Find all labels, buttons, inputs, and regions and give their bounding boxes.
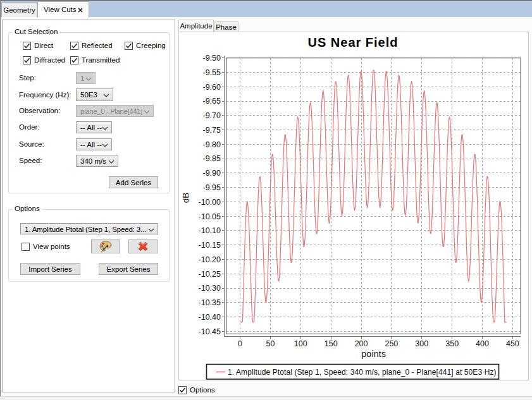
svg-text:points: points	[361, 349, 386, 359]
svg-text:-9.80: -9.80	[203, 140, 221, 149]
svg-text:-9.95: -9.95	[203, 183, 221, 192]
svg-text:-10.30: -10.30	[199, 284, 221, 293]
svg-text:dB: dB	[181, 193, 190, 203]
svg-text:-10.35: -10.35	[199, 298, 221, 307]
svg-text:-9.55: -9.55	[203, 68, 221, 77]
svg-text:200: 200	[355, 339, 368, 348]
svg-text:100: 100	[294, 339, 307, 348]
svg-text:1. Amplitude Ptotal (Step 1, S: 1. Amplitude Ptotal (Step 1, Speed: 340 …	[228, 368, 497, 377]
svg-text:-10.40: -10.40	[199, 313, 221, 322]
svg-text:-9.70: -9.70	[203, 111, 221, 120]
svg-text:250: 250	[385, 339, 398, 348]
svg-text:300: 300	[415, 339, 428, 348]
svg-text:-9.50: -9.50	[203, 54, 221, 63]
svg-text:-10.25: -10.25	[199, 270, 221, 279]
svg-text:0: 0	[238, 339, 242, 348]
svg-text:-9.60: -9.60	[203, 83, 221, 92]
svg-text:-10.10: -10.10	[199, 226, 221, 235]
svg-text:-10.05: -10.05	[199, 212, 221, 221]
svg-text:-9.75: -9.75	[203, 126, 221, 135]
svg-text:US Near Field: US Near Field	[307, 35, 398, 49]
svg-text:-9.65: -9.65	[203, 97, 221, 106]
svg-text:-9.90: -9.90	[203, 169, 221, 178]
svg-text:350: 350	[445, 339, 459, 348]
svg-text:-9.85: -9.85	[203, 154, 221, 163]
svg-text:50: 50	[266, 339, 275, 348]
svg-text:150: 150	[325, 339, 338, 348]
svg-text:400: 400	[476, 339, 489, 348]
svg-text:450: 450	[506, 339, 519, 348]
svg-text:-10.15: -10.15	[199, 241, 221, 250]
svg-text:-10.00: -10.00	[199, 198, 221, 207]
svg-text:-10.45: -10.45	[199, 327, 221, 336]
svg-text:-10.20: -10.20	[199, 255, 221, 264]
